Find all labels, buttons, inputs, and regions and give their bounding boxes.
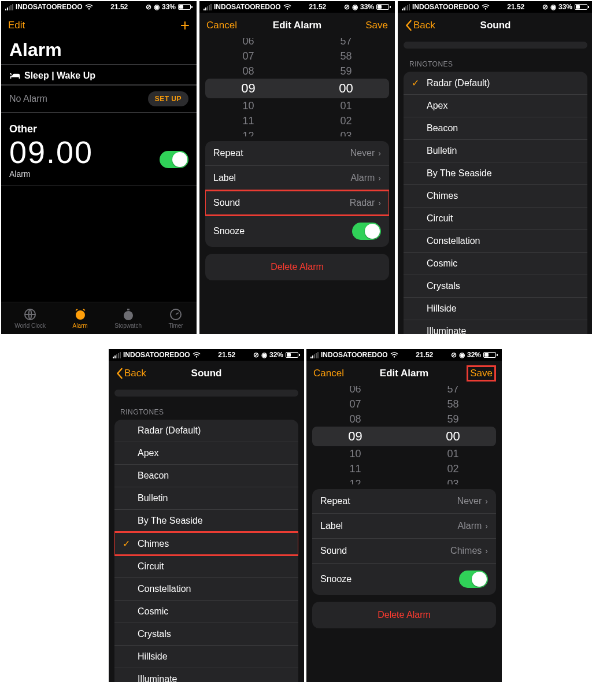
- screen-alarm-list: INDOSATOOREDOO 21.52 ⊘ ◉ 33% Edit + Alar…: [1, 1, 197, 334]
- orientation-lock-icon: ⊘: [146, 3, 151, 11]
- wifi-icon: [85, 4, 93, 10]
- screen-sound-list-chimes: INDOSATOOREDOO21.52⊘◉32% Back Sound RING…: [109, 349, 304, 682]
- check-icon: ✓: [120, 538, 132, 549]
- ringtone-item[interactable]: Illuminate: [404, 320, 587, 334]
- sound-row[interactable]: Sound Radar›: [205, 190, 389, 215]
- delete-alarm-button[interactable]: Delete Alarm: [205, 254, 389, 280]
- cancel-button[interactable]: Cancel: [313, 368, 348, 379]
- status-bar: INDOSATOOREDOO 21.52 ⊘ ◉ 33%: [1, 1, 197, 13]
- chevron-left-icon: [116, 368, 123, 379]
- ringtone-item[interactable]: Apex: [404, 94, 587, 117]
- snooze-toggle[interactable]: [352, 223, 381, 240]
- ringtone-item[interactable]: Apex: [114, 442, 298, 464]
- nav-title: Edit Alarm: [241, 20, 353, 31]
- battery-pct: 33%: [162, 3, 176, 11]
- ringtone-item-chimes[interactable]: ✓Chimes: [114, 532, 298, 555]
- snooze-row: Snooze: [205, 215, 389, 247]
- ringtone-item[interactable]: By The Seaside: [114, 509, 298, 532]
- ringtone-item[interactable]: ✓Radar (Default): [404, 72, 587, 94]
- status-bar: INDOSATOOREDOO 21.52 ⊘◉33%: [199, 1, 395, 13]
- ringtone-item[interactable]: Bulletin: [404, 139, 587, 162]
- timer-icon: [169, 308, 183, 321]
- screen-sound-list: INDOSATOOREDOO21.52⊘◉33% Back Sound RING…: [398, 1, 592, 334]
- check-icon: ✓: [409, 77, 421, 88]
- ringtone-item[interactable]: Cosmic: [404, 252, 587, 275]
- ringtone-item[interactable]: Cosmic: [114, 600, 298, 623]
- ringtone-item[interactable]: Circuit: [114, 555, 298, 577]
- svg-point-1: [76, 310, 85, 320]
- save-button[interactable]: Save: [353, 20, 388, 31]
- ringtone-item[interactable]: Crystals: [114, 623, 298, 645]
- repeat-row[interactable]: Repeat Never›: [205, 141, 389, 165]
- chevron-left-icon: [405, 20, 412, 31]
- back-button[interactable]: Back: [405, 20, 439, 31]
- add-alarm-button[interactable]: +: [155, 17, 190, 34]
- bed-icon: [9, 72, 21, 80]
- nav-bar: Cancel Edit Alarm Save: [199, 13, 395, 38]
- time-picker[interactable]: 06 07 08 09 10 11 12 57 58 59 00 01 02 0…: [199, 38, 395, 136]
- ringtone-item[interactable]: Radar (Default): [114, 420, 298, 442]
- ringtone-item[interactable]: Beacon: [114, 464, 298, 487]
- sound-row[interactable]: SoundChimes›: [312, 538, 496, 563]
- ringtone-item[interactable]: Circuit: [404, 207, 587, 229]
- snooze-row: Snooze: [312, 563, 496, 595]
- stopwatch-icon: [121, 308, 135, 321]
- ringtone-item[interactable]: Hillside: [114, 645, 298, 668]
- snooze-toggle[interactable]: [459, 571, 488, 588]
- ringtone-item[interactable]: Hillside: [404, 297, 587, 320]
- ringtones-header: RINGTONES: [398, 52, 592, 72]
- alarm-toggle[interactable]: [160, 151, 188, 168]
- battery-icon: [178, 4, 193, 10]
- alarm-options-card: Repeat Never› Label Alarm› Sound Radar› …: [205, 141, 389, 247]
- clock-label: 21.52: [110, 3, 128, 11]
- ringtone-item[interactable]: Beacon: [404, 117, 587, 139]
- ringtone-item[interactable]: Bulletin: [114, 487, 298, 509]
- ringtone-item[interactable]: Illuminate: [114, 668, 298, 682]
- tab-timer[interactable]: Timer: [169, 308, 183, 329]
- no-alarm-row: No Alarm SET UP: [1, 85, 197, 112]
- delete-alarm-button[interactable]: Delete Alarm: [312, 602, 496, 628]
- ringtone-item[interactable]: Crystals: [404, 275, 587, 297]
- alarm-icon: [73, 308, 87, 321]
- ringtone-item[interactable]: By The Seaside: [404, 162, 587, 184]
- signal-icon: [5, 4, 13, 10]
- screen-edit-alarm: INDOSATOOREDOO 21.52 ⊘◉33% Cancel Edit A…: [199, 1, 395, 334]
- sleep-section-header: Sleep | Wake Up: [1, 64, 197, 85]
- ringtones-list: ✓Radar (Default) Apex Beacon Bulletin By…: [404, 72, 587, 334]
- no-alarm-text: No Alarm: [9, 94, 47, 104]
- alarm-time[interactable]: 09.00: [1, 135, 101, 169]
- sleep-label: Sleep | Wake Up: [24, 71, 95, 81]
- nav-bar: Edit +: [1, 13, 197, 38]
- alarm-status-icon: ◉: [154, 3, 160, 11]
- ringtone-item[interactable]: Constellation: [404, 229, 587, 252]
- setup-button[interactable]: SET UP: [148, 91, 188, 106]
- back-button[interactable]: Back: [116, 368, 150, 379]
- screen-edit-alarm-save: INDOSATOOREDOO21.52⊘◉32% Cancel Edit Ala…: [306, 349, 502, 682]
- chevron-right-icon: ›: [378, 149, 381, 158]
- svg-point-2: [124, 311, 133, 320]
- tab-bar: World Clock Alarm Stopwatch Timer: [1, 302, 197, 334]
- ringtone-item[interactable]: Constellation: [114, 577, 298, 600]
- repeat-row[interactable]: RepeatNever›: [312, 489, 496, 513]
- page-title: Alarm: [1, 38, 197, 64]
- ringtone-item[interactable]: Chimes: [404, 184, 587, 207]
- tab-alarm[interactable]: Alarm: [73, 308, 88, 329]
- label-row[interactable]: Label Alarm›: [205, 165, 389, 190]
- carrier-label: INDOSATOOREDOO: [16, 3, 83, 11]
- tab-world-clock[interactable]: World Clock: [14, 308, 46, 329]
- globe-icon: [23, 308, 37, 321]
- cancel-button[interactable]: Cancel: [206, 20, 241, 31]
- label-row[interactable]: LabelAlarm›: [312, 513, 496, 538]
- other-section-header: Other: [1, 112, 197, 135]
- tab-stopwatch[interactable]: Stopwatch: [114, 308, 142, 329]
- alarm-sublabel: Alarm: [1, 169, 101, 183]
- svg-rect-3: [127, 309, 130, 310]
- edit-button[interactable]: Edit: [8, 20, 43, 31]
- save-button[interactable]: Save: [460, 366, 495, 380]
- time-picker[interactable]: 06070809101112 57585900010203: [306, 386, 502, 484]
